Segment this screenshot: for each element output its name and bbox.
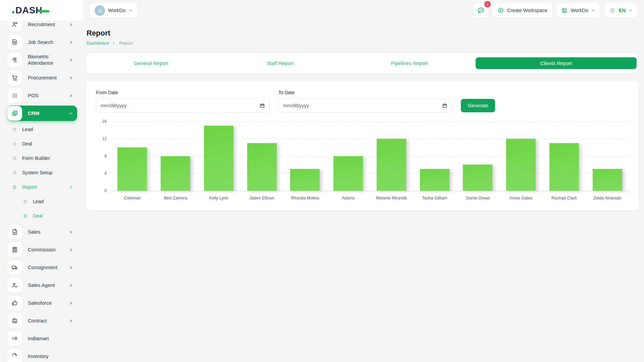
notification-badge: 0 (484, 1, 491, 7)
fingerprint-icon (7, 53, 22, 67)
breadcrumb-current: Report (119, 41, 133, 46)
bar-slot (283, 169, 327, 191)
chevron-right-icon (69, 76, 73, 80)
person-plus-icon (7, 21, 22, 32)
bar-jaden-ellison[interactable] (247, 143, 277, 191)
x-tick-label: Tasha Gilliam (413, 196, 456, 200)
sidebar-item-deal[interactable]: Deal (7, 138, 77, 150)
calendar-icon[interactable] (442, 103, 447, 108)
bar-slot (197, 126, 240, 191)
chevron-right-icon (69, 58, 73, 62)
sidebar-item-procurement[interactable]: Procurement (7, 70, 77, 85)
x-tick-label: Dante Oneal (456, 196, 499, 200)
sidebar-item-label: Indiamart (28, 336, 49, 342)
y-tick-label: 12 (102, 136, 107, 141)
bar-adams[interactable] (333, 156, 363, 191)
sidebar-item-report[interactable]: Report (7, 181, 77, 193)
bar-coleman[interactable] (117, 147, 147, 191)
bar-rashad-clark[interactable] (549, 143, 579, 191)
generate-button[interactable]: Generate (461, 99, 495, 112)
sidebar-item-pos[interactable]: POS (7, 88, 77, 103)
circle-icon (13, 171, 16, 175)
logo-zone: DASH (0, 0, 84, 21)
workspace-pill[interactable]: WorkDo (90, 3, 137, 18)
copy-cards-icon (7, 106, 22, 121)
bar-slot (456, 165, 499, 191)
sidebar-item-job-search[interactable]: Job Search (7, 35, 77, 50)
bar-zelda-alvarado[interactable] (593, 169, 622, 191)
sidebar-item-label: Commission (28, 247, 56, 253)
y-tick-label: 16 (102, 119, 107, 124)
breadcrumb-dashboard-link[interactable]: Dashboard (87, 41, 109, 46)
account-switcher[interactable]: WorkDo (556, 3, 600, 18)
sidebar-item-partial (7, 356, 22, 362)
sidebar-item-recruitment[interactable]: Recruitment (7, 21, 77, 32)
grid-dots-icon (7, 88, 22, 103)
bar-dante-oneal[interactable] (463, 165, 492, 191)
bar-amos-gates[interactable] (506, 139, 536, 191)
to-date-input[interactable]: mm/dd/yyyy (278, 99, 452, 113)
chart-bars (111, 121, 629, 191)
x-tick-label: Zelda Alvarado (586, 196, 629, 200)
x-tick-label: Rhonda Molina (283, 196, 327, 200)
tab-pipelines-report[interactable]: Pipelines Report (345, 53, 474, 73)
calendar-icon[interactable] (260, 103, 265, 108)
circle-icon (13, 185, 16, 189)
from-date-input[interactable]: mm/dd/yyyy (96, 99, 270, 113)
bar-slot (499, 139, 543, 191)
bar-slot (370, 139, 413, 191)
bar-tasha-gilliam[interactable] (420, 169, 449, 191)
sidebar-item-consignment[interactable]: Consignment (7, 260, 77, 275)
y-tick-label: 4 (104, 171, 107, 176)
sidebar-item-salesforce[interactable]: Salesforce (7, 295, 77, 311)
sidebar-item-indiamart[interactable]: Indiamart (7, 331, 77, 346)
sidebar-item-deal[interactable]: Deal (7, 210, 77, 222)
x-tick-label: Amos Gates (499, 196, 543, 200)
create-workspace-button[interactable]: Create Workspace (493, 3, 552, 18)
x-tick-label: Rashad Clark (543, 196, 586, 200)
sidebar-item-crm[interactable]: CRM (7, 106, 77, 121)
sidebar-item-lead[interactable]: Lead (7, 195, 77, 207)
chevron-down-icon (69, 111, 73, 116)
sidebar-item-sales-agent[interactable]: Sales Agent (7, 278, 77, 293)
sidebar-item-sales[interactable]: Sales (7, 224, 77, 240)
language-selector[interactable]: EN (604, 3, 637, 18)
tab-general-report[interactable]: General Report (87, 53, 216, 73)
sidebar-item-label: Job Search (28, 39, 53, 46)
sidebar-item-form-builder[interactable]: Form Builder (7, 152, 77, 164)
bar-bert-zamora[interactable] (161, 156, 190, 191)
sidebar-item-label: Contract (28, 318, 47, 324)
language-code: EN (619, 8, 626, 13)
sidebar-item-label: Sales Agent (28, 282, 55, 289)
bar-kelly-lynn[interactable] (204, 126, 233, 191)
notifications-button[interactable]: 0 (474, 3, 488, 18)
tab-staff-report[interactable]: Staff Report (216, 53, 345, 73)
sidebar-item-label: POS (28, 93, 39, 99)
app-logo[interactable]: DASH (15, 5, 49, 16)
x-tick-label: Kelly Lynn (197, 196, 240, 200)
gridline-0 (111, 191, 629, 191)
tab-clients-report[interactable]: Clients Report (476, 57, 637, 69)
chevron-right-icon (112, 41, 116, 45)
bar-slot (413, 169, 456, 191)
x-tick-label: Bert Zamora (154, 196, 197, 200)
to-date-group: To Date mm/dd/yyyy (278, 90, 452, 113)
bar-rhonda-molina[interactable] (290, 169, 320, 191)
list-arrow-icon (7, 331, 22, 346)
plus-circle-icon (497, 7, 504, 14)
sidebar-item-lead[interactable]: Lead (7, 123, 77, 135)
chevron-right-icon (69, 40, 73, 45)
chat-bubble-icon (477, 6, 485, 14)
sidebar-item-system-setup[interactable]: System Setup (7, 167, 77, 179)
sidebar-item-biometric-attendance[interactable]: Biometric Attendance (7, 52, 77, 68)
calculator-icon (7, 242, 22, 257)
bar-melanie-miranda[interactable] (377, 139, 406, 191)
chevron-right-icon (69, 185, 73, 189)
sidebar-item-contract[interactable]: Contract (7, 313, 77, 328)
sidebar-item-commission[interactable]: Commission (7, 242, 77, 257)
x-axis-tick (586, 191, 629, 193)
x-axis-tick (327, 191, 370, 193)
x-axis-tick (154, 191, 198, 193)
globe-icon (609, 7, 616, 14)
x-axis-tick (111, 191, 154, 193)
